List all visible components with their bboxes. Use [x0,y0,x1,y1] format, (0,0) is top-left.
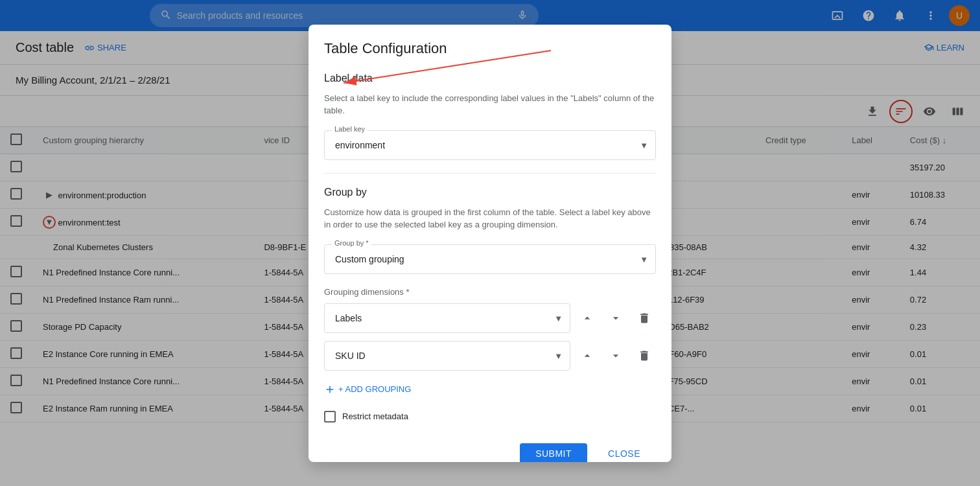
dialog-title: Table Configuration [324,40,656,57]
grouping-dimensions-section: Grouping dimensions * Labels Project Ser… [324,287,656,371]
group-by-label: Group by * [332,239,371,247]
label-key-label: Label key [332,125,368,133]
dimension2-up-btn[interactable] [576,344,599,367]
dimension1-up-btn[interactable] [576,307,599,330]
group-by-desc: Customize how data is grouped in the fir… [324,206,656,231]
restrict-metadata-checkbox[interactable] [324,411,336,422]
dialog-actions: SUBMIT CLOSE [324,438,656,462]
dimension-row-1: Labels Project Service SKU ID ▼ [324,303,656,333]
dialog-overlay: Table Configuration Label data Select a … [0,0,980,486]
label-key-field: Label key environment app team version ▼ [324,130,656,160]
divider [324,173,656,174]
label-data-desc: Select a label key to include the corres… [324,92,656,117]
dimension-row-2: SKU ID Labels Project Service ▼ [324,341,656,371]
dimension2-field: SKU ID Labels Project Service ▼ [324,341,570,371]
group-by-section-title: Group by [324,187,656,198]
dimension2-down-btn[interactable] [604,344,627,367]
close-button[interactable]: CLOSE [592,443,656,462]
add-grouping-btn[interactable]: + ADD GROUPING [324,378,411,400]
dimension1-select[interactable]: Labels Project Service SKU ID [324,303,570,333]
dimension1-delete-btn[interactable] [633,307,656,330]
restrict-metadata-row: Restrict metadata [324,411,656,422]
table-config-dialog: Table Configuration Label data Select a … [309,25,671,462]
group-by-field: Group by * Custom grouping Project Servi… [324,244,656,274]
dimension2-delete-btn[interactable] [633,344,656,367]
dimension2-select[interactable]: SKU ID Labels Project Service [324,341,570,371]
submit-button[interactable]: SUBMIT [520,443,587,462]
dimension1-down-btn[interactable] [604,307,627,330]
grouping-dimensions-label: Grouping dimensions * [324,287,656,297]
restrict-metadata-label: Restrict metadata [342,411,408,421]
label-key-select[interactable]: environment app team version [324,130,656,160]
dimension1-field: Labels Project Service SKU ID ▼ [324,303,570,333]
group-by-select[interactable]: Custom grouping Project Service SKU [324,244,656,274]
label-data-section-title: Label data [324,73,656,84]
